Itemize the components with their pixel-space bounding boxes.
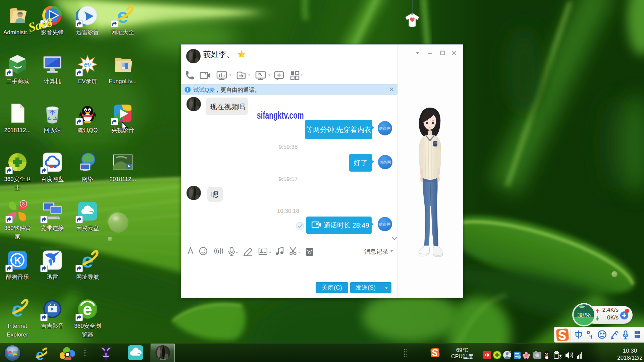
svg-text:K: K bbox=[14, 255, 21, 266]
svg-text:38%: 38% bbox=[577, 311, 591, 319]
svg-text:8: 8 bbox=[22, 201, 25, 206]
svg-text:ev: ev bbox=[84, 61, 91, 68]
svg-text:e: e bbox=[36, 347, 44, 360]
